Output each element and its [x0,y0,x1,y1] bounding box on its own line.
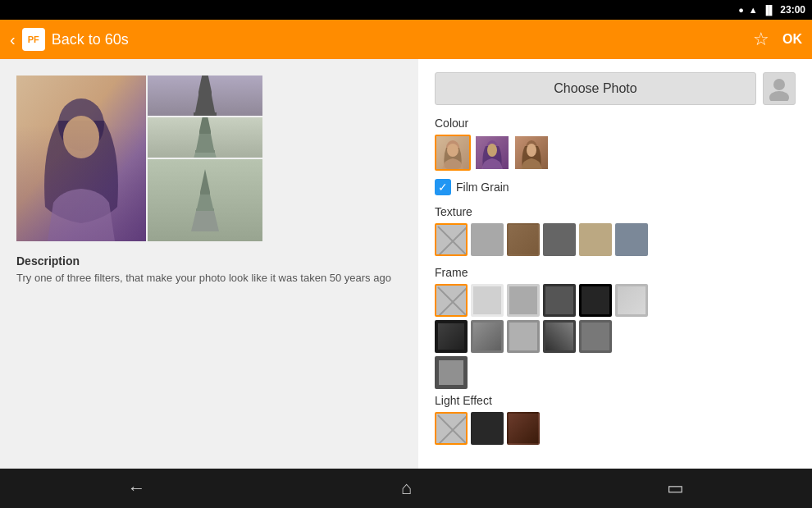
photo-middle-right [148,117,262,158]
texture-label: Texture [435,205,796,218]
logo-icon: PF [22,28,45,51]
svg-marker-17 [191,211,219,231]
texture-thumb-5[interactable] [579,223,612,256]
avatar-icon [767,76,791,101]
svg-rect-16 [196,208,214,211]
svg-point-25 [487,144,497,157]
woman-photo-svg [16,76,146,241]
top-bar: ‹ PF Back to 60s ☆ OK [0,20,812,59]
svg-rect-0 [16,76,146,241]
frame-row-3 [435,356,796,389]
svg-marker-5 [195,95,215,112]
frame-thumb-2[interactable] [471,284,504,317]
left-panel: Description Try one of three filters, th… [0,59,418,508]
frame-row-2 [435,320,796,353]
frame-thumb-12[interactable] [435,356,468,389]
svg-point-22 [447,144,458,157]
frame-thumb-11[interactable] [579,320,612,353]
top-bar-left: ‹ PF Back to 60s [10,28,129,51]
frame-thumb-4[interactable] [543,284,576,317]
svg-marker-3 [198,76,212,92]
svg-point-28 [527,144,536,157]
film-grain-row: ✓ Film Grain [435,179,796,195]
frame-thumb-3[interactable] [507,284,540,317]
frame-label: Frame [435,266,796,279]
status-time: 23:00 [780,4,805,16]
light-effect-thumb-2[interactable] [471,412,504,445]
film-grain-checkbox[interactable]: ✓ [435,179,451,195]
texture-thumb-4[interactable] [543,223,576,256]
texture-row [435,223,796,256]
page-title: Back to 60s [52,31,129,48]
texture-thumb-1[interactable] [435,223,468,256]
svg-point-19 [769,91,789,101]
frame-thumb-1[interactable] [435,284,468,317]
frame-thumb-8[interactable] [471,320,504,353]
eiffel-tower-1 [180,76,230,116]
home-nav-button[interactable]: ⌂ [401,478,412,499]
top-bar-right: ☆ OK [753,29,802,50]
light-effect-row [435,412,796,445]
frame-thumb-9[interactable] [507,320,540,353]
wifi-icon: ▲ [749,5,758,15]
colour-row [435,135,796,171]
right-panel: Choose Photo Colour [418,59,812,508]
svg-marker-8 [199,117,211,131]
choose-photo-button[interactable]: Choose Photo [435,72,756,105]
photo-top-right [148,76,262,116]
avatar-placeholder [763,72,796,105]
frame-row-1 [435,284,796,317]
light-effect-label: Light Effect [435,394,796,407]
frame-thumb-6[interactable] [615,284,648,317]
photo-bottom-left [148,159,262,241]
battery-icon: ▐▌ [763,5,776,15]
film-grain-label: Film Grain [456,181,509,194]
ok-button[interactable]: OK [782,32,802,47]
bluetooth-icon: ● [738,5,744,15]
logo-text: PF [28,34,39,44]
content-area: Description Try one of three filters, th… [0,59,812,508]
svg-rect-4 [198,92,212,95]
status-bar: ● ▲ ▐▌ 23:00 [0,0,812,20]
star-icon[interactable]: ☆ [753,29,769,50]
light-effect-thumb-3[interactable] [507,412,540,445]
back-arrow-icon[interactable]: ‹ [10,30,16,49]
texture-thumb-3[interactable] [507,223,540,256]
svg-rect-14 [200,192,210,195]
svg-point-18 [773,79,785,90]
photo-bottom-row [148,159,297,241]
texture-thumb-2[interactable] [471,223,504,256]
svg-marker-13 [200,169,210,192]
texture-thumb-6[interactable] [615,223,648,256]
svg-rect-11 [195,150,215,153]
choose-photo-row: Choose Photo [435,72,796,105]
frame-thumb-10[interactable] [543,320,576,353]
svg-rect-6 [194,112,217,116]
eiffel-tower-3 [189,167,221,233]
recent-nav-button[interactable]: ▭ [667,478,684,499]
colour-thumb-1[interactable] [435,135,471,171]
bottom-bar: ← ⌂ ▭ [0,469,812,508]
photo-collage [16,76,297,241]
back-nav-button[interactable]: ← [128,478,146,499]
colour-thumb-2[interactable] [474,135,510,171]
frame-thumb-5[interactable] [579,284,612,317]
checkbox-check-icon: ✓ [438,181,448,194]
svg-marker-15 [197,195,213,208]
description-text: Try one of three filters, that make your… [16,271,402,286]
main-photo [16,76,146,241]
description-title: Description [16,254,402,268]
svg-rect-9 [199,131,211,134]
svg-marker-10 [196,134,214,150]
description-section: Description Try one of three filters, th… [16,254,402,286]
colour-label: Colour [435,117,796,130]
frame-thumb-7[interactable] [435,320,468,353]
svg-point-1 [58,98,104,151]
eiffel-tower-2 [185,117,226,158]
svg-marker-12 [189,153,221,158]
svg-marker-7 [187,116,223,117]
light-effect-thumb-1[interactable] [435,412,468,445]
colour-thumb-3[interactable] [513,135,550,171]
svg-point-2 [63,116,99,158]
